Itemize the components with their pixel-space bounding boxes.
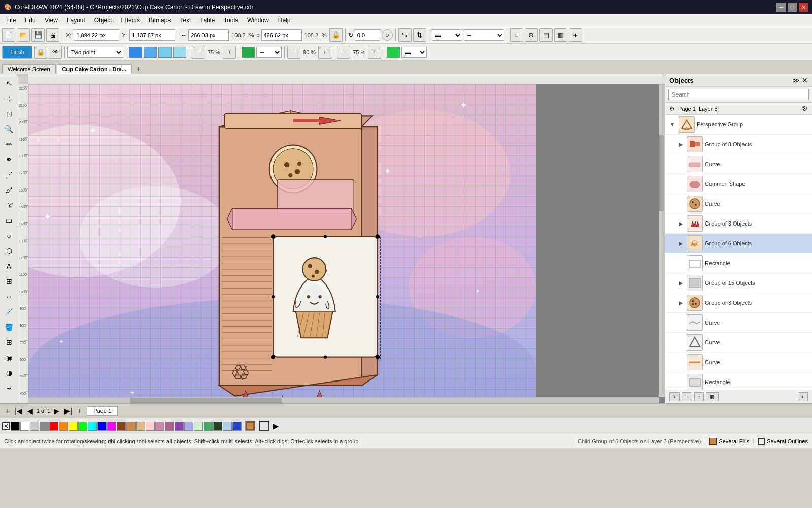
- swatch-white[interactable]: [20, 422, 29, 431]
- no-fill-swatch[interactable]: ✕: [2, 422, 10, 430]
- obj-common-shape[interactable]: Common Shape: [665, 174, 812, 194]
- text-tool[interactable]: A: [2, 259, 16, 273]
- perspective-mode-select[interactable]: Two-point: [67, 47, 123, 58]
- swatch-red[interactable]: [49, 422, 58, 431]
- swatch-yellow[interactable]: [69, 422, 78, 431]
- lock-ratio-button[interactable]: 🔒: [329, 28, 343, 42]
- obj-group-3-3[interactable]: ▶ Group of 3 Objects: [665, 293, 812, 313]
- layer-options-button[interactable]: ⚙: [802, 105, 808, 112]
- menu-view[interactable]: View: [41, 16, 62, 25]
- expand-perspective-group[interactable]: ▼: [668, 120, 676, 129]
- swatch-dark-green[interactable]: [213, 422, 222, 431]
- obj-curve-1[interactable]: Curve: [665, 154, 812, 174]
- combine-button[interactable]: ⊕: [525, 28, 538, 42]
- obj-group-3-1[interactable]: ▶ Group of 3 Objects: [665, 135, 812, 154]
- menu-effects[interactable]: Effects: [117, 16, 144, 25]
- panel-close-button[interactable]: ✕: [802, 76, 808, 84]
- expand-group-6[interactable]: ▶: [676, 239, 685, 247]
- transparency-tool[interactable]: ◑: [2, 366, 16, 380]
- crop-tool[interactable]: ⊡: [2, 107, 16, 121]
- swatch-pink[interactable]: [155, 422, 164, 431]
- swatch-mint[interactable]: [194, 422, 203, 431]
- color-box-5[interactable]: [242, 47, 255, 58]
- swatch-gray1[interactable]: [30, 422, 39, 431]
- canvas-area[interactable]: 0100200300400500600700800900100011001200…: [18, 74, 665, 403]
- obj-rect-2[interactable]: Rectangle: [665, 372, 812, 390]
- opacity-decrease-2[interactable]: −: [287, 46, 300, 59]
- print-button[interactable]: 🖨: [46, 28, 59, 42]
- x-input[interactable]: [74, 29, 119, 41]
- drawing-background[interactable]: ✦ ✦ ✦ ✦ ✦ ✦ ✦ ✦ ✦: [28, 84, 536, 403]
- add-page-button[interactable]: +: [2, 381, 16, 395]
- swatch-orange[interactable]: [59, 422, 68, 431]
- swatch-royal-blue[interactable]: [232, 422, 242, 431]
- page-prev-button[interactable]: ◀: [26, 407, 35, 415]
- scroll-palette-right[interactable]: ▶: [273, 421, 279, 431]
- fill-tool[interactable]: 🪣: [2, 320, 16, 334]
- obj-curve-4[interactable]: Curve: [665, 333, 812, 353]
- add-btn[interactable]: ＋: [569, 28, 582, 42]
- expand-group-3-1[interactable]: ▶: [676, 140, 685, 148]
- swatch-sky[interactable]: [223, 422, 232, 431]
- swatch-skin[interactable]: [136, 422, 145, 431]
- lock-perspective-button[interactable]: 🔒: [34, 46, 47, 59]
- angle-circle-button[interactable]: ○: [382, 29, 393, 41]
- expand-group-3-2[interactable]: ▶: [676, 219, 685, 228]
- smart-tool[interactable]: ⋰: [2, 168, 16, 182]
- calligraphy-tool[interactable]: 𝒞: [2, 198, 16, 212]
- opacity-increase-3[interactable]: +: [368, 46, 381, 59]
- move-up-button[interactable]: ↑: [694, 392, 704, 401]
- carton-illustration[interactable]: ♻: [140, 110, 404, 403]
- y-input[interactable]: [129, 29, 175, 41]
- menu-edit[interactable]: Edit: [21, 16, 40, 25]
- page-add-button[interactable]: +: [4, 407, 11, 415]
- dimension-tool[interactable]: ↔: [2, 290, 16, 304]
- pen-tool[interactable]: 🖊: [2, 183, 16, 197]
- swatch-lavender[interactable]: [184, 422, 193, 431]
- expand-group-15[interactable]: ▶: [676, 279, 685, 287]
- align-button[interactable]: ≡: [510, 28, 523, 42]
- opacity-decrease-1[interactable]: −: [192, 46, 205, 59]
- new-button[interactable]: 📄: [2, 28, 15, 42]
- menu-help[interactable]: Help: [274, 16, 295, 25]
- obj-group-3-2[interactable]: ▶ Group of 3 Objects: [665, 214, 812, 234]
- obj-curve-2[interactable]: Curve: [665, 194, 812, 214]
- expand-group-3-3[interactable]: ▶: [676, 299, 685, 307]
- canvas-viewport[interactable]: ✦ ✦ ✦ ✦ ✦ ✦ ✦ ✦ ✦: [28, 84, 665, 403]
- height-input[interactable]: [261, 29, 302, 41]
- eyedropper-tool[interactable]: 💉: [2, 305, 16, 319]
- maximize-button[interactable]: □: [788, 3, 797, 12]
- add-layer-button[interactable]: +: [669, 392, 680, 401]
- zoom-tool[interactable]: 🔍: [2, 122, 16, 136]
- swatch-brown[interactable]: [117, 422, 126, 431]
- add-plus-button[interactable]: +: [798, 392, 808, 401]
- swatch-pink-light[interactable]: [146, 422, 155, 431]
- opacity-increase-2[interactable]: +: [318, 46, 331, 59]
- menu-table[interactable]: Table: [196, 16, 219, 25]
- obj-rect-1[interactable]: Rectangle: [665, 253, 812, 273]
- color-box-6[interactable]: [387, 47, 400, 58]
- swatch-gray2[interactable]: [40, 422, 49, 431]
- select-tool[interactable]: ↖: [2, 76, 16, 90]
- table-tool[interactable]: ⊞: [2, 274, 16, 289]
- obj-curve-5[interactable]: Curve: [665, 353, 812, 372]
- minimize-button[interactable]: ─: [776, 3, 786, 12]
- group-button[interactable]: ▤: [539, 28, 553, 42]
- tab-drawing[interactable]: Cup Cake Carton - Dra...: [57, 64, 132, 74]
- swatch-purple[interactable]: [175, 422, 184, 431]
- menu-object[interactable]: Object: [90, 16, 116, 25]
- opacity-decrease-3[interactable]: −: [337, 46, 350, 59]
- swatch-blue[interactable]: [97, 422, 107, 431]
- finish-button[interactable]: Finish: [2, 46, 32, 59]
- angle-input[interactable]: [355, 29, 380, 41]
- h-scrollbar[interactable]: [28, 397, 659, 403]
- page-add-end-button[interactable]: +: [76, 407, 83, 415]
- fill-color-select[interactable]: ▬: [432, 29, 462, 41]
- polygon-tool[interactable]: ⬡: [2, 244, 16, 258]
- panel-expand-button[interactable]: ≫: [792, 76, 800, 84]
- opacity-increase-1[interactable]: +: [223, 46, 236, 59]
- fill-select2[interactable]: ▬: [401, 47, 427, 58]
- color-box-1[interactable]: [129, 47, 142, 58]
- obj-group-15[interactable]: ▶ Group of 15 Objects: [665, 273, 812, 293]
- swatch-cyan[interactable]: [88, 422, 97, 431]
